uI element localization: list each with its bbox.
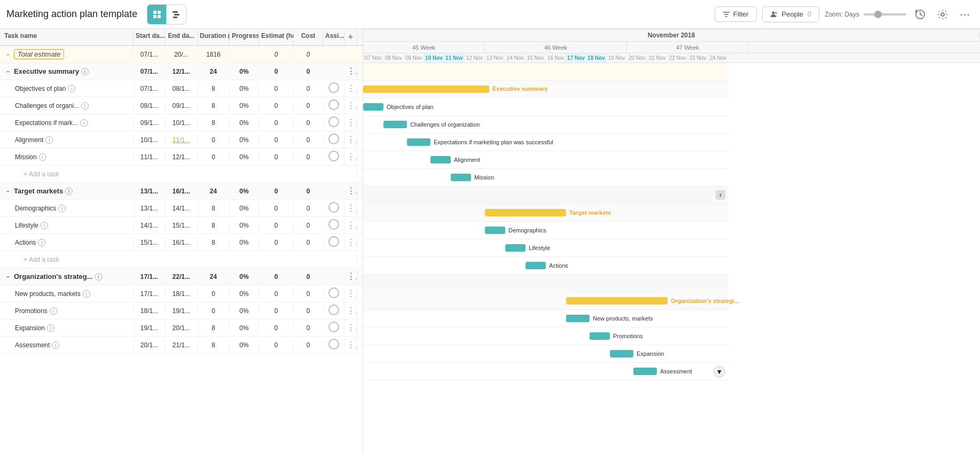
gantt-day: 22 Nov	[668, 53, 688, 63]
row-dots[interactable]: ⋮	[344, 286, 357, 301]
gantt-collapse-btn[interactable]: ‹	[716, 190, 725, 200]
gantt-bar-objectives	[363, 103, 383, 111]
assign-circle[interactable]	[328, 202, 339, 213]
group-dots[interactable]: ⋮	[344, 184, 357, 198]
info-icon[interactable]: i	[50, 307, 57, 315]
info-icon[interactable]: i	[45, 136, 53, 144]
assign-circle[interactable]	[328, 151, 339, 161]
info-icon[interactable]: i	[80, 119, 88, 127]
assign-circle[interactable]	[328, 82, 339, 93]
assign-circle[interactable]	[328, 339, 339, 349]
task-row: Alignment i 10/1... 11/1... 0 0% 0 0 ⋮	[0, 131, 363, 149]
group-name-cell: − Executive summary i	[0, 65, 134, 77]
people-label: People	[782, 10, 803, 18]
info-icon[interactable]: i	[81, 68, 89, 75]
zoom-slider[interactable]	[864, 13, 906, 15]
group-collapse-btn[interactable]: −	[4, 188, 12, 195]
group-duration: 24	[198, 66, 230, 77]
assign-circle[interactable]	[328, 99, 339, 110]
total-collapse[interactable]: −	[4, 51, 12, 58]
row-dots[interactable]: ⋮	[344, 303, 357, 318]
settings-button[interactable]	[934, 6, 951, 23]
svg-rect-5	[174, 14, 179, 15]
info-icon[interactable]: i	[81, 102, 89, 110]
gantt-day: 08 Nov	[383, 53, 404, 63]
group-label: Organization's strateg...	[14, 272, 93, 280]
group-executive-summary: − Executive summary i 07/1... 12/1... 24…	[0, 63, 363, 80]
assign-circle[interactable]	[328, 305, 339, 315]
gantt-label-executive-summary: Executive summary	[492, 85, 547, 92]
assign-circle[interactable]	[328, 116, 339, 127]
gantt-label-alignment: Alignment	[454, 157, 480, 163]
info-icon[interactable]: i	[83, 290, 90, 298]
gantt-label-org-strategy: Organization's strategi...	[671, 298, 739, 304]
assign-circle[interactable]	[328, 219, 339, 230]
row-dots[interactable]: ⋮	[344, 98, 357, 113]
task-row: Objectives of plan i 07/1... 08/1... 8 0…	[0, 80, 363, 97]
assign-circle[interactable]	[328, 134, 339, 144]
people-button[interactable]: People 0	[762, 6, 820, 22]
assign-circle[interactable]	[328, 322, 339, 332]
gantt-bar-demographics	[485, 227, 505, 234]
total-end: 20/...	[166, 49, 198, 60]
row-dots[interactable]: ⋮	[344, 235, 357, 250]
row-dots[interactable]: ⋮	[344, 218, 357, 232]
gantt-day: 24 Nov	[708, 53, 728, 63]
add-task-row: + Add a task	[0, 251, 363, 268]
info-icon[interactable]: i	[68, 85, 75, 92]
total-assign	[323, 52, 344, 57]
total-name-cell: − Total estimate	[0, 47, 134, 61]
gantt-day: 19 Nov	[607, 53, 627, 63]
gantt-label-expectations: Expectations if marketing plan was succe…	[434, 139, 553, 145]
info-icon[interactable]: i	[39, 153, 46, 161]
assign-circle[interactable]	[328, 287, 339, 298]
row-dots[interactable]: ⋮	[344, 201, 357, 215]
info-icon[interactable]: i	[65, 188, 73, 195]
gantt-group-row: Executive summary	[363, 81, 728, 98]
add-task-btn[interactable]: + Add a task	[0, 168, 357, 180]
group-collapse-btn[interactable]: −	[4, 273, 12, 280]
gantt-view-button[interactable]	[167, 5, 186, 24]
row-dots[interactable]: ⋮	[344, 115, 357, 130]
total-start: 07/1...	[134, 49, 166, 60]
gantt-bar-mission	[451, 174, 471, 181]
group-dots[interactable]: ⋮	[344, 64, 357, 79]
row-dots[interactable]: ⋮	[344, 133, 357, 147]
group-estimate: 0	[259, 66, 294, 77]
total-dots	[344, 52, 357, 57]
gantt-label-expansion: Expansion	[637, 350, 664, 357]
more-button[interactable]: ···	[957, 6, 974, 23]
add-task-btn[interactable]: + Add a task	[0, 254, 357, 266]
task-row: Challenges of organi... i 08/1... 09/1..…	[0, 97, 363, 114]
gantt-day: 15 Nov	[526, 53, 546, 63]
task-row: Promotions i 18/1... 19/1... 0 0% 0 0 ⋮	[0, 302, 363, 319]
filter-button[interactable]: Filter	[715, 6, 757, 22]
add-column-button[interactable]: +	[344, 29, 357, 45]
row-dots[interactable]: ⋮	[344, 338, 357, 352]
info-icon[interactable]: i	[52, 341, 59, 349]
history-button[interactable]	[912, 6, 929, 23]
info-icon[interactable]: i	[38, 239, 45, 246]
gantt-total-row	[363, 63, 728, 81]
gantt-down-btn[interactable]: ▼	[714, 366, 725, 378]
row-dots[interactable]: ⋮	[344, 81, 357, 96]
info-icon[interactable]: i	[47, 324, 54, 332]
svg-rect-0	[153, 11, 156, 14]
task-row: Assessment i 20/1... 21/1... 8 0% 0 0 ⋮	[0, 337, 363, 354]
grid-view-button[interactable]	[147, 5, 167, 24]
info-icon[interactable]: i	[95, 273, 103, 280]
task-name-cell: Alignment i	[0, 134, 134, 146]
gantt-task-row: Promotions	[363, 328, 728, 345]
gantt-bar-actions	[526, 262, 546, 269]
row-dots[interactable]: ⋮	[344, 321, 357, 335]
gantt-bar-executive-summary	[363, 85, 489, 93]
row-dots[interactable]: ⋮	[344, 150, 357, 164]
assign-circle[interactable]	[328, 236, 339, 247]
info-icon[interactable]: i	[58, 205, 66, 212]
group-dots[interactable]: ⋮	[344, 269, 357, 284]
task-name-cell: Challenges of organi... i	[0, 100, 134, 112]
gantt-week-row: 45 Week 46 Week 47 Week	[363, 42, 980, 53]
info-icon[interactable]: i	[41, 222, 48, 229]
gantt-task-row: Mission	[363, 169, 728, 186]
group-collapse-btn[interactable]: −	[4, 68, 12, 75]
